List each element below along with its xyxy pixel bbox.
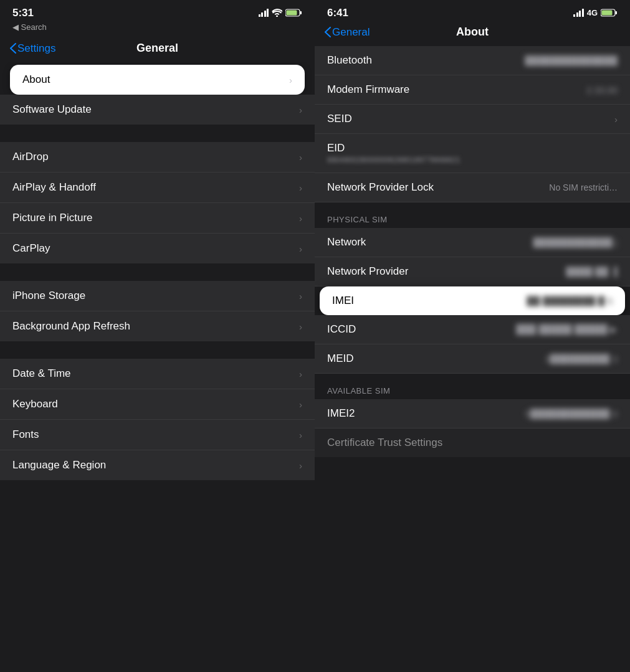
wifi-icon [272, 9, 282, 17]
language-region-label: Language & Region [12, 459, 106, 471]
network-provider-lock-label: Network Provider Lock [327, 181, 434, 194]
imei2-label: IMEI2 [327, 407, 355, 420]
svg-rect-4 [616, 11, 618, 14]
svg-rect-2 [287, 11, 297, 16]
about-row-network-provider-lock[interactable]: Network Provider Lock No SIM restricti… [315, 173, 630, 202]
left-status-icons [259, 9, 303, 17]
settings-item-fonts[interactable]: Fonts › [0, 420, 315, 450]
physical-sim-header: PHYSICAL SIM [315, 202, 630, 228]
settings-item-iphone-storage[interactable]: iPhone Storage › [0, 281, 315, 311]
imei2-value: 5████████████ 0 [525, 409, 618, 419]
software-update-label: Software Update [12, 103, 92, 116]
iccid-label: ICCID [327, 323, 356, 336]
airdrop-chevron: › [299, 152, 302, 163]
imei-label: IMEI [332, 295, 354, 307]
settings-item-carplay[interactable]: CarPlay › [0, 234, 315, 263]
seid-chevron: › [614, 114, 618, 125]
background-app-refresh-chevron: › [299, 321, 302, 332]
meid-value: 3█████████ 3 [545, 354, 618, 364]
iphone-storage-label: iPhone Storage [12, 290, 85, 302]
language-region-chevron: › [299, 460, 302, 471]
right-battery-icon [601, 9, 618, 17]
settings-item-picture-in-picture[interactable]: Picture in Picture › [0, 203, 315, 234]
settings-item-software-update[interactable]: Software Update › [0, 95, 315, 125]
right-status-bar: 6:41 4G [315, 0, 630, 21]
right-nav-title: About [456, 26, 489, 39]
right-signal-icon [573, 9, 584, 17]
left-panel: 5:31 ◀ Search [0, 0, 315, 672]
svg-rect-5 [602, 11, 613, 16]
carplay-chevron: › [299, 244, 302, 254]
about-row-iccid[interactable]: ICCID ███ █████ █████ ▶ [315, 315, 630, 344]
fonts-chevron: › [299, 430, 302, 440]
left-settings-list: About › Software Update › AirDrop › AirP… [0, 62, 315, 672]
back-search[interactable]: ◀ Search [0, 21, 315, 37]
left-status-bar: 5:31 [0, 0, 315, 21]
meid-label: MEID [327, 353, 354, 365]
date-time-chevron: › [299, 369, 302, 379]
airdrop-label: AirDrop [12, 151, 49, 163]
seid-label: SEID [327, 113, 352, 125]
about-row-eid[interactable]: EID 89049002800000062880189778668821 [315, 134, 630, 173]
settings-item-date-time[interactable]: Date & Time › [0, 359, 315, 389]
bluetooth-value: ██████████████ [525, 55, 618, 66]
date-time-label: Date & Time [12, 367, 71, 380]
right-time: 6:41 [327, 7, 348, 18]
airplay-handoff-label: AirPlay & Handoff [12, 181, 96, 194]
settings-item-about[interactable]: About › [10, 65, 305, 95]
about-row-certificate-trust[interactable]: Certificate Trust Settings [315, 428, 630, 457]
about-row-imei2[interactable]: IMEI2 5████████████ 0 [315, 399, 630, 428]
picture-in-picture-chevron: › [299, 213, 302, 224]
settings-item-airplay-handoff[interactable]: AirPlay & Handoff › [0, 173, 315, 203]
keyboard-chevron: › [299, 399, 302, 410]
eid-value: 89049002800000062880189778668821 [327, 156, 461, 164]
settings-back-button[interactable]: Settings [10, 42, 55, 55]
right-panel: 6:41 4G General About Bluetoo [315, 0, 630, 672]
about-row-network[interactable]: Network ████████████ | [315, 228, 630, 257]
network-provider-value: ████ ██ ▐ [566, 267, 618, 277]
network-provider-label: Network Provider [327, 265, 408, 278]
picture-in-picture-label: Picture in Picture [12, 212, 93, 224]
background-app-refresh-label: Background App Refresh [12, 320, 130, 333]
left-nav-bar: Settings General [0, 37, 315, 62]
about-row-seid[interactable]: SEID › [315, 105, 630, 134]
about-row-bluetooth[interactable]: Bluetooth ██████████████ [315, 46, 630, 75]
about-list: Bluetooth ██████████████ Modem Firmware … [315, 46, 630, 672]
network-value: ████████████ | [533, 237, 618, 248]
eid-label: EID [327, 142, 345, 154]
available-sim-header: AVAILABLE SIM [315, 374, 630, 399]
modem-firmware-label: Modem Firmware [327, 83, 409, 96]
settings-item-airdrop[interactable]: AirDrop › [0, 142, 315, 173]
bluetooth-label: Bluetooth [327, 54, 372, 67]
network-label: Network [327, 236, 366, 248]
software-update-chevron: › [299, 105, 302, 115]
fourg-icon: 4G [587, 8, 598, 17]
carplay-label: CarPlay [12, 242, 50, 255]
iphone-storage-chevron: › [299, 291, 302, 301]
settings-item-background-app-refresh[interactable]: Background App Refresh › [0, 311, 315, 341]
left-time: 5:31 [12, 7, 34, 18]
svg-rect-1 [300, 11, 302, 14]
right-status-icons: 4G [573, 8, 618, 17]
about-row-modem-firmware[interactable]: Modem Firmware 2.33.00 [315, 75, 630, 105]
imei-value: ██ ████████ █ 5 [527, 296, 613, 306]
keyboard-label: Keyboard [12, 398, 58, 410]
signal-icon [259, 9, 269, 17]
about-row-imei[interactable]: IMEI ██ ████████ █ 5 [320, 286, 625, 315]
fonts-label: Fonts [12, 428, 39, 441]
modem-firmware-value: 2.33.00 [586, 85, 618, 95]
certificate-trust-label: Certificate Trust Settings [327, 437, 442, 449]
airplay-handoff-chevron: › [299, 182, 302, 193]
about-row-meid[interactable]: MEID 3█████████ 3 [315, 344, 630, 374]
network-provider-lock-value: No SIM restricti… [549, 182, 618, 192]
about-chevron: › [289, 75, 292, 85]
about-row-network-provider[interactable]: Network Provider ████ ██ ▐ [315, 257, 630, 286]
left-nav-title: General [136, 42, 178, 55]
general-back-button[interactable]: General [325, 26, 370, 39]
about-label: About [22, 73, 50, 86]
right-nav-bar: General About [315, 21, 630, 46]
settings-item-language-region[interactable]: Language & Region › [0, 450, 315, 480]
settings-item-keyboard[interactable]: Keyboard › [0, 389, 315, 420]
iccid-value: ███ █████ █████ ▶ [516, 324, 618, 335]
battery-icon [285, 9, 302, 17]
